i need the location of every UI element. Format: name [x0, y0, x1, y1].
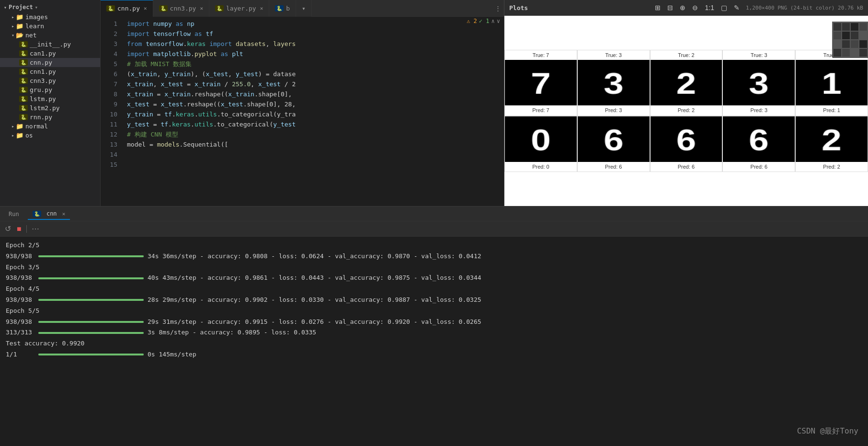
digit-cell-d2: True: 3Pred: 3	[577, 50, 650, 116]
chevron-icon: ▸	[11, 124, 14, 129]
svg-rect-14	[842, 49, 850, 57]
tab-bar: 🐍cnn.py✕🐍cnn3.py✕🐍layer.py✕🐍b▾ ⋮	[101, 0, 504, 17]
tab-cnn3[interactable]: 🐍cnn3.py✕	[153, 0, 209, 17]
line-number: 1	[101, 19, 117, 29]
sidebar-item-cnn[interactable]: 🐍cnn.py	[0, 58, 100, 67]
sidebar-item-rnn[interactable]: 🐍rnn.py	[0, 113, 100, 122]
digit-canvas	[723, 116, 795, 162]
editor-area: 🐍cnn.py✕🐍cnn3.py✕🐍layer.py✕🐍b▾ ⋮ ⚠ 2 ✓ 1…	[101, 0, 504, 206]
line-number: 8	[101, 89, 117, 99]
digit-pred-label: Pred: 6	[678, 162, 695, 172]
sidebar-item-cnn3[interactable]: 🐍cnn3.py	[0, 76, 100, 85]
thumbnail-preview	[832, 22, 868, 57]
run-tab-run[interactable]: Run	[4, 209, 24, 219]
digits-grid: True: 7Pred: 7True: 3Pred: 3True: 2Pred:…	[504, 50, 868, 172]
nav-down[interactable]: ∨	[497, 18, 500, 24]
sidebar-item-gru[interactable]: 🐍gru.py	[0, 85, 100, 94]
digit-cell-d6: Pred: 0	[504, 116, 577, 172]
py-icon: 🐍	[19, 105, 28, 111]
tab-close-btn[interactable]: ✕	[144, 5, 147, 11]
project-header[interactable]: ▾ Project ▾	[0, 2, 100, 12]
svg-rect-13	[834, 49, 841, 57]
rerun-button[interactable]: ↺	[4, 223, 12, 234]
digit-cell-d5: True: 1Pred: 1	[795, 50, 868, 116]
chevron-icon: ▸	[11, 14, 14, 20]
digit-pred-label: Pred: 1	[823, 105, 840, 115]
tab-close-btn[interactable]: ✕	[200, 5, 203, 11]
zoom-reset-icon[interactable]: 1:1	[702, 3, 716, 12]
run-output: Epoch 2/5938/93834s 36ms/step - accuracy…	[0, 237, 868, 446]
tab-overflow[interactable]: ▾	[296, 0, 312, 17]
zoom-out-icon[interactable]: ⊖	[690, 3, 700, 12]
sidebar-item-label: can1.py	[30, 50, 56, 57]
digit-canvas	[651, 116, 722, 162]
epoch-line: Epoch 2/5	[6, 240, 862, 251]
svg-rect-2	[842, 23, 850, 31]
digit-image	[651, 60, 722, 105]
zoom-in-icon[interactable]: ⊕	[677, 3, 688, 12]
progress-steps: 938/938	[6, 317, 34, 327]
tab-layer[interactable]: 🐍layer.py✕	[209, 0, 269, 17]
sidebar-item-normal[interactable]: ▸📁normal	[0, 122, 100, 131]
sidebar-item-__init__[interactable]: 🐍__init__.py	[0, 40, 100, 49]
sidebar-item-label: lstm.py	[30, 95, 56, 103]
grid-icon[interactable]: ⊞	[652, 3, 663, 12]
epoch-line: Epoch 3/5	[6, 263, 862, 273]
project-label: Project	[9, 4, 33, 11]
project-dropdown: ▾	[35, 4, 38, 11]
py-icon: 🐍	[19, 41, 28, 47]
digit-canvas	[578, 60, 650, 105]
tab-label: layer.py	[226, 5, 256, 12]
code-content[interactable]: import numpy as npimport tensorflow as t…	[122, 17, 504, 206]
stop-button[interactable]: ■	[16, 224, 23, 234]
chevron-icon: ▾	[11, 33, 14, 38]
sidebar-item-net[interactable]: ▾📂net	[0, 31, 100, 40]
tab-close-btn[interactable]: ✕	[260, 5, 263, 11]
nav-up[interactable]: ∧	[491, 18, 495, 24]
warning-count: ⚠ 2	[467, 18, 477, 24]
py-icon: 🐍	[19, 78, 28, 84]
tab-cnn[interactable]: 🐍cnn.py✕	[101, 0, 153, 17]
digit-image	[723, 116, 795, 162]
progress-stats: 0s 145ms/step	[148, 350, 196, 360]
fit-icon[interactable]: ▢	[719, 3, 730, 12]
sidebar-item-images[interactable]: ▸📁images	[0, 12, 100, 22]
progress-line: 938/93840s 43ms/step - accuracy: 0.9861 …	[6, 273, 862, 283]
digit-canvas	[796, 116, 868, 162]
tab-b[interactable]: 🐍b	[269, 0, 296, 17]
sidebar-item-os[interactable]: ▸📁os	[0, 131, 100, 140]
folder-icon: 📁	[16, 123, 23, 130]
project-chevron: ▾	[4, 5, 7, 10]
progress-bar-fill	[38, 354, 144, 355]
digit-image	[651, 116, 722, 162]
plots-info: 1,200×400 PNG (24-bit color) 20.76 kB	[746, 5, 863, 11]
cnn-tab-icon: 🐍	[33, 211, 41, 217]
progress-steps: 938/938	[6, 273, 34, 283]
sidebar-item-lstm2[interactable]: 🐍lstm2.py	[0, 103, 100, 113]
more-button[interactable]: ⋯	[31, 223, 40, 234]
digit-true-label: True: 3	[751, 50, 767, 60]
toolbar-separator	[26, 225, 27, 233]
digit-canvas	[505, 116, 577, 162]
sidebar-item-can1[interactable]: 🐍can1.py	[0, 49, 100, 58]
svg-rect-7	[851, 32, 858, 39]
svg-rect-16	[859, 49, 867, 57]
progress-bar-bg	[38, 255, 144, 257]
sidebar-item-lstm[interactable]: 🐍lstm.py	[0, 94, 100, 103]
digit-canvas	[723, 60, 795, 105]
plots-content: True: 7Pred: 7True: 3Pred: 3True: 2Pred:…	[504, 16, 868, 206]
pencil-icon[interactable]: ✎	[731, 3, 742, 12]
py-icon: 🐍	[19, 69, 28, 75]
chevron-icon: ▸	[11, 23, 14, 29]
tab-overflow-btn[interactable]: ⋮	[492, 5, 504, 12]
sidebar-item-learn[interactable]: ▸📁learn	[0, 22, 100, 31]
crop-icon[interactable]: ⊟	[665, 3, 675, 12]
tabs: 🐍cnn.py✕🐍cnn3.py✕🐍layer.py✕🐍b▾	[101, 0, 492, 17]
run-tab-close[interactable]: ✕	[62, 211, 66, 217]
code-editor[interactable]: 123456789101112131415 import numpy as np…	[101, 17, 504, 206]
run-tab-cnn[interactable]: 🐍 cnn ✕	[28, 208, 70, 220]
tab-label: cnn.py	[117, 5, 140, 12]
sidebar-item-cnn1[interactable]: 🐍cnn1.py	[0, 67, 100, 76]
code-line: from tensorflow.keras import datasets, l…	[122, 39, 504, 49]
digit-pred-label: Pred: 3	[751, 105, 767, 115]
